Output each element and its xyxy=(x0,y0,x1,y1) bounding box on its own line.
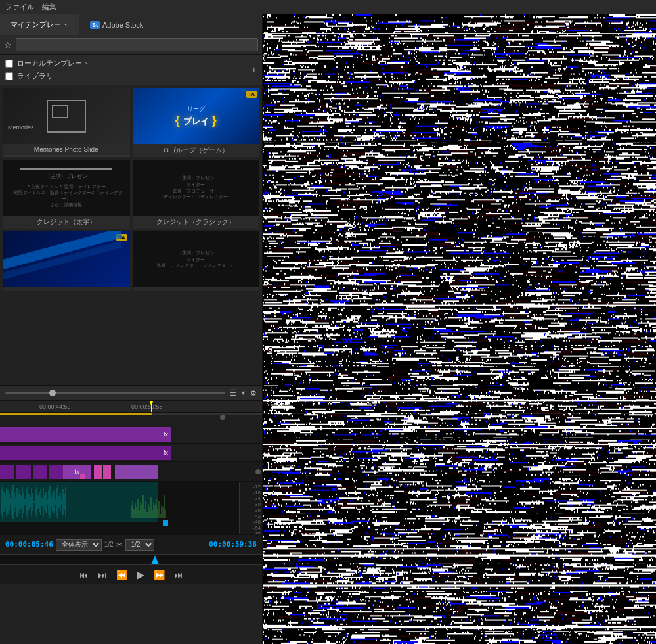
settings-icon[interactable]: ⚙ xyxy=(250,389,257,398)
search-bar: ☆ xyxy=(0,35,262,55)
svg-rect-128 xyxy=(163,520,168,526)
size-slider[interactable] xyxy=(5,392,225,394)
track-mixed: fx xyxy=(0,462,262,482)
clip-wide[interactable] xyxy=(115,465,158,479)
scissors-icon[interactable]: ✂ xyxy=(116,540,123,549)
checkbox-library: ライブラリ xyxy=(5,70,89,82)
timecode-display: 00:00:05:46 xyxy=(5,540,53,549)
transport-skip-back[interactable]: ⏮ xyxy=(77,570,91,580)
clip-small-4[interactable] xyxy=(49,465,64,479)
timeline-section: 00:00:44:59 00:00:59:58 fx xyxy=(0,401,262,644)
checkbox-library-label: ライブラリ xyxy=(17,71,53,81)
template-credits-classic[interactable]: 〈主演〉プレゼンライター監督・プロデューサー〈ディレクター〉〈ディレクター〉 ク… xyxy=(133,160,260,229)
template-stripe-2[interactable]: 〈主演〉プレゼンライター監督・ディレクター〈ディレクター〉 xyxy=(133,231,260,291)
ruler-time-left: 00:00:44:59 xyxy=(39,403,71,410)
track-purple-1: fx xyxy=(0,425,262,444)
track-handle-2[interactable] xyxy=(255,469,261,474)
track-fx-label-2: fx xyxy=(164,449,168,456)
template-stripe-1-thumb: TA xyxy=(3,231,130,287)
clip-pink-2[interactable] xyxy=(103,465,111,479)
clip-small-2[interactable] xyxy=(16,465,31,479)
list-view-icon[interactable]: ☰ xyxy=(229,388,236,398)
memories-overlay-text: Memories xyxy=(8,124,34,131)
logo-subtitle: リーグ xyxy=(187,105,205,114)
template-credits-classic-label: クレジット（クラシック） xyxy=(133,216,260,229)
credits-classic-lines: 〈主演〉プレゼンライター監督・プロデューサー〈ディレクター〉〈ディレクター〉 xyxy=(139,172,253,203)
checkbox-local: ローカルテンプレート xyxy=(5,57,89,70)
scrubber-handle[interactable] xyxy=(151,555,159,564)
template-credits-classic-thumb: 〈主演〉プレゼンライター監督・プロデューサー〈ディレクター〉〈ディレクター〉 xyxy=(133,160,260,216)
template-grid: Memories Memories Photo Slide TA リーグ { プ… xyxy=(0,85,262,385)
preview-area xyxy=(263,14,656,644)
timeline-ruler: 00:00:44:59 00:00:59:58 xyxy=(0,401,262,413)
transport-prev[interactable]: ⏭ xyxy=(96,570,109,580)
waveform-svg xyxy=(0,482,240,534)
clip-small-3[interactable] xyxy=(33,465,47,479)
transport-area: 00:00:05:46 全体表示 1/2 ✂ 1/2 00:00:59:36 xyxy=(0,534,262,554)
menu-edit[interactable]: 編集 xyxy=(42,2,56,12)
track-handle-1[interactable] xyxy=(220,415,225,420)
checkbox-local-input[interactable] xyxy=(5,60,13,68)
left-panel-bottom: ☰ ▼ ⚙ xyxy=(0,385,262,401)
tab-adobe-stock[interactable]: St Adobe Stock xyxy=(79,14,154,35)
checkbox-library-input[interactable] xyxy=(5,72,13,80)
transport-forward[interactable]: ⏩ xyxy=(152,570,167,580)
clip-teal[interactable] xyxy=(80,474,85,479)
add-template-button[interactable]: + xyxy=(251,65,257,74)
sort-dropdown[interactable]: ▼ xyxy=(240,390,246,396)
track-purple-2: fx xyxy=(0,444,262,462)
ruler-time-right: 00:00:59:58 xyxy=(131,403,163,410)
vu-label-1: -18 xyxy=(253,490,261,495)
ratio-display: 1/2 xyxy=(104,541,114,548)
checkbox-area: ローカルテンプレート ライブラリ + xyxy=(0,55,262,85)
transport-rewind[interactable]: ⏪ xyxy=(114,570,129,580)
template-stripe-2-thumb: 〈主演〉プレゼンライター監督・ディレクター〈ディレクター〉 xyxy=(133,231,260,287)
scrubber-bar[interactable] xyxy=(0,554,262,564)
slider-thumb[interactable] xyxy=(49,390,56,396)
template-memories-thumb: Memories xyxy=(3,88,130,144)
track-handle-row xyxy=(0,415,262,425)
adobe-stock-label: Adobe Stock xyxy=(102,21,143,29)
memories-shape xyxy=(47,100,86,133)
template-logo-loop[interactable]: TA リーグ { プレイ } ロゴループ（ゲーム） xyxy=(133,88,260,157)
transport-play[interactable]: ▶ xyxy=(135,568,146,581)
slider-row: ☰ ▼ ⚙ xyxy=(0,386,262,401)
template-stripe-2-label xyxy=(133,287,260,291)
template-memories-label: Memories Photo Slide xyxy=(3,144,130,155)
credits-bold-lines: 〈主演〉プレゼン ＊主役タイトル＊ 監督：ディレクター〈対照タイトル2〉 監督：… xyxy=(9,168,123,207)
track-fx-label-1: fx xyxy=(164,431,168,438)
transport-buttons: ⏮ ⏭ ⏪ ▶ ⏩ ⏭ xyxy=(0,564,262,584)
logo-main-text: { プレイ } xyxy=(175,114,217,127)
template-stripe-1[interactable]: TA xyxy=(3,231,130,291)
ratio-select[interactable]: 1/2 xyxy=(125,539,154,551)
transport-skip-forward[interactable]: ⏭ xyxy=(172,570,185,580)
clip-fx[interactable]: fx xyxy=(63,465,91,479)
vu-label-7: -54 xyxy=(253,525,261,531)
track-purple-2-clip[interactable]: fx xyxy=(0,446,171,460)
search-input[interactable] xyxy=(16,38,258,51)
favorite-icon[interactable]: ☆ xyxy=(4,40,12,50)
left-panel: マイテンプレート St Adobe Stock ☆ ローカルテンプレート xyxy=(0,14,263,644)
adobe-stock-badge: St xyxy=(90,21,100,29)
vu-label-6: -48 xyxy=(253,519,261,525)
right-panel xyxy=(263,14,656,644)
end-timecode: 00:00:59:36 xyxy=(209,540,257,549)
template-memories[interactable]: Memories Memories Photo Slide xyxy=(3,88,130,157)
track-purple-1-clip[interactable]: fx xyxy=(0,427,171,442)
template-stripe-1-label xyxy=(3,287,130,291)
fx-label: fx xyxy=(74,469,79,475)
clip-pink-1[interactable] xyxy=(94,465,102,479)
vu-ruler: -12 -18 -24 -30 -36 -42 -48 -54 dB xyxy=(239,482,262,534)
template-credits-bold-thumb: 〈主演〉プレゼン ＊主役タイトル＊ 監督：ディレクター〈対照タイトル2〉 監督：… xyxy=(3,160,130,216)
waveform-area: -12 -18 -24 -30 -36 -42 -48 -54 dB xyxy=(0,482,262,534)
template-credits-bold[interactable]: 〈主演〉プレゼン ＊主役タイトル＊ 監督：ディレクター〈対照タイトル2〉 監督：… xyxy=(3,160,130,229)
vu-label-4: -36 xyxy=(253,507,261,513)
template-logo-label: ロゴループ（ゲーム） xyxy=(133,144,260,157)
waveform-bg: -12 -18 -24 -30 -36 -42 -48 -54 dB xyxy=(0,482,262,534)
menu-file[interactable]: ファイル xyxy=(5,2,34,12)
view-select[interactable]: 全体表示 xyxy=(56,539,102,551)
clip-small-1[interactable] xyxy=(0,465,14,479)
logo-badge: TA xyxy=(246,91,257,98)
menu-bar: ファイル 編集 xyxy=(0,0,656,14)
tab-my-templates[interactable]: マイテンプレート xyxy=(0,14,79,35)
